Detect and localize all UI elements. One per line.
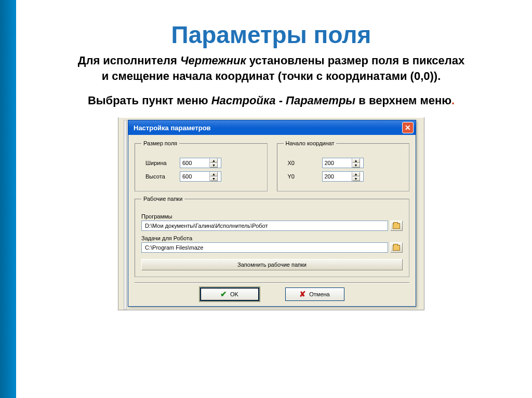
spin-down-icon[interactable]: ▼	[210, 176, 218, 181]
desc-line2: и смещение начала координат (точки с коо…	[102, 70, 441, 83]
x0-spinbox[interactable]: ▲ ▼	[322, 158, 364, 168]
remember-folders-button[interactable]: Запомнить рабочие папки	[141, 259, 403, 270]
group-folders: Рабочие папки Программы Задачи для Робот…	[135, 196, 409, 277]
ide-side-border	[124, 120, 127, 310]
spin-down-icon[interactable]: ▼	[352, 176, 360, 181]
spin-up-icon[interactable]: ▲	[352, 158, 360, 163]
group-field-size-legend: Размер поля	[141, 140, 179, 146]
spin-down-icon[interactable]: ▼	[352, 163, 360, 168]
desc-prefix: Для исполнителя	[78, 54, 180, 67]
settings-dialog: Настройка параметров ✕ Размер поля Ширин…	[128, 120, 416, 307]
close-button[interactable]: ✕	[402, 122, 414, 133]
width-label: Ширина	[141, 160, 176, 166]
cancel-button[interactable]: ✘ Отмена	[285, 287, 344, 301]
tasks-browse-button[interactable]	[390, 242, 403, 253]
y0-spinbox[interactable]: ▲ ▼	[322, 171, 364, 182]
dialog-titlebar[interactable]: Настройка параметров ✕	[128, 120, 416, 135]
desc-suffix: установлены размер поля в пикселах	[246, 54, 465, 67]
folder-icon	[393, 245, 400, 251]
spin-down-icon[interactable]: ▼	[210, 163, 218, 168]
check-icon: ✔	[220, 290, 227, 299]
separator	[135, 282, 409, 283]
programs-browse-button[interactable]	[390, 221, 403, 231]
programs-label: Программы	[141, 213, 403, 219]
group-folders-legend: Рабочие папки	[141, 196, 184, 202]
slide-description: Для исполнителя Чертежник установлены ра…	[31, 53, 511, 84]
slide-title: Параметры поля	[31, 21, 511, 49]
programs-path-input[interactable]	[141, 221, 388, 231]
close-icon: ✕	[405, 123, 411, 132]
group-field-size: Размер поля Ширина ▲ ▼	[135, 140, 268, 191]
y0-input[interactable]	[323, 172, 352, 181]
x-icon: ✘	[299, 290, 306, 299]
width-spinbox[interactable]: ▲ ▼	[180, 158, 221, 168]
cancel-label: Отмена	[309, 291, 329, 297]
tasks-label: Задачи для Робота	[141, 235, 403, 241]
slide-instruction: Выбрать пункт меню Настройка - Параметры…	[31, 94, 511, 107]
tasks-path-input[interactable]	[141, 242, 388, 253]
group-origin: Начало координат X0 ▲ ▼	[277, 140, 410, 191]
ok-label: OK	[230, 291, 238, 297]
instr-em: Настройка - Параметры	[211, 94, 355, 107]
x0-input[interactable]	[323, 158, 352, 168]
y0-label: Y0	[284, 173, 318, 180]
instr-prefix: Выбрать пункт меню	[88, 94, 211, 107]
spin-up-icon[interactable]: ▲	[210, 158, 218, 163]
x0-label: X0	[284, 160, 318, 166]
spin-up-icon[interactable]: ▲	[210, 172, 218, 176]
width-input[interactable]	[180, 158, 209, 168]
folder-icon	[393, 223, 400, 229]
height-spinbox[interactable]: ▲ ▼	[180, 171, 221, 182]
height-input[interactable]	[180, 172, 209, 181]
height-label: Высота	[141, 173, 176, 180]
group-origin-legend: Начало координат	[284, 140, 337, 146]
instr-suffix: в верхнем меню	[355, 94, 451, 107]
instr-dot: .	[451, 94, 455, 107]
ide-background: Настройка параметров ✕ Размер поля Ширин…	[118, 117, 424, 310]
spin-up-icon[interactable]: ▲	[352, 172, 360, 176]
desc-em: Чертежник	[180, 54, 246, 67]
ok-button[interactable]: ✔ OK	[200, 287, 259, 301]
dialog-title: Настройка параметров	[134, 124, 211, 132]
